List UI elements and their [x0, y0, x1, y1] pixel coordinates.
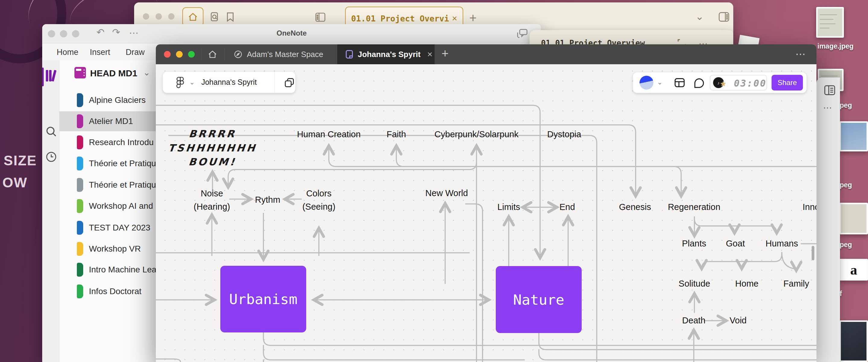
tab-close-icon[interactable]: ×: [452, 13, 457, 24]
mindmap-node[interactable]: Death: [682, 314, 705, 327]
mindmap-node[interactable]: Limits: [497, 201, 520, 214]
minimize-button[interactable]: [176, 51, 183, 58]
window-more-button[interactable]: ⋯: [795, 48, 806, 60]
notebooks-icon[interactable]: [45, 69, 57, 82]
recent-clock-icon[interactable]: [45, 151, 57, 163]
search-icon[interactable]: [45, 126, 57, 138]
figjam-header[interactable]: Adam's Master Space Johanna's Spyrit × +…: [156, 44, 816, 64]
section-label: Infos Doctorat: [89, 286, 141, 296]
mindmap-node-clipped[interactable]: Inno: [803, 201, 816, 214]
close-button[interactable]: [164, 51, 170, 58]
mindmap-node[interactable]: Cyberpunk/Solarpunk: [435, 128, 519, 141]
new-tab-button[interactable]: +: [469, 11, 477, 25]
handwriting-text[interactable]: BOUM!: [188, 156, 237, 168]
section-color-tab: [77, 263, 83, 277]
panel-toggle-icon[interactable]: [718, 11, 730, 22]
layout-panel-icon[interactable]: [824, 85, 836, 95]
ribbon-tab-home[interactable]: Home: [57, 48, 79, 57]
desktop-file-thumbnail[interactable]: [839, 121, 868, 151]
timer-widget[interactable]: ♪ ★ 03:00: [710, 75, 767, 90]
chevron-down-icon[interactable]: ⌄: [657, 78, 662, 86]
notebook-icon: [74, 67, 86, 78]
tab-label: Johanna's Spyrit: [358, 50, 421, 59]
canvas-scrollbar[interactable]: [812, 246, 814, 260]
mindmap-node[interactable]: Goat: [726, 237, 745, 250]
close-button[interactable]: [143, 13, 149, 20]
home-icon[interactable]: [208, 50, 217, 59]
collaboration-toolbar: ⌄ ♪ ★ 03:00 Share: [633, 73, 807, 93]
bookmark-icon[interactable]: [224, 11, 236, 23]
ribbon-tab-insert[interactable]: Insert: [90, 48, 110, 57]
onenote-titlebar[interactable]: ↶ ↷ ⋯ OneNote: [42, 24, 541, 44]
figjam-canvas[interactable]: BRRRR TSHHHHHHH BOUM! Human Creation Fai…: [156, 64, 816, 362]
user-avatar[interactable]: [640, 76, 653, 90]
chevron-down-icon[interactable]: ⌄: [143, 67, 150, 78]
mindmap-node[interactable]: Plants: [682, 237, 707, 250]
section-color-tab: [77, 242, 83, 256]
timer-time: 03:00: [734, 78, 767, 89]
chevron-down-icon[interactable]: ⌄: [695, 10, 704, 22]
search-document-icon[interactable]: [209, 11, 220, 23]
divider: [275, 72, 275, 93]
mindmap-node[interactable]: Family: [783, 277, 809, 290]
sidebar-toggle-icon[interactable]: [315, 12, 326, 22]
section-label: Alpine Glaciers: [89, 95, 146, 105]
mindmap-node[interactable]: Noise (Hearing): [194, 187, 230, 213]
desktop-file-thumbnail[interactable]: [816, 7, 844, 38]
section-label: TEST DAY 2023: [89, 223, 150, 232]
handwriting-text[interactable]: TSHHHHHHH: [167, 142, 257, 154]
desktop-font-file-thumbnail[interactable]: a: [839, 259, 868, 281]
template-layout-icon[interactable]: [674, 77, 685, 88]
tab-johannas-spyrit-active[interactable]: Johanna's Spyrit ×: [337, 44, 435, 64]
mindmap-node[interactable]: Home: [735, 277, 758, 290]
mindmap-node[interactable]: End: [559, 201, 575, 214]
tab-adams-master-space[interactable]: Adam's Master Space: [228, 44, 337, 64]
desktop-file-label[interactable]: f: [840, 289, 842, 298]
mindmap-node[interactable]: Genesis: [619, 201, 651, 214]
feedback-bubbles-icon[interactable]: [516, 28, 529, 40]
share-button[interactable]: Share: [772, 75, 803, 90]
desktop-file-thumbnail[interactable]: [839, 203, 868, 234]
ribbon-tab-draw[interactable]: Draw: [126, 48, 145, 57]
comment-bubble-icon[interactable]: [693, 77, 705, 88]
board-file-icon: [345, 50, 353, 59]
duplicate-icon[interactable]: [284, 77, 295, 88]
section-label: Atelier MD1: [89, 116, 133, 126]
mindmap-box-nature[interactable]: Nature: [496, 266, 582, 333]
mindmap-node[interactable]: Colors (Seeing): [302, 187, 336, 213]
desktop-file-label[interactable]: peg: [840, 101, 852, 110]
section-color-tab: [77, 114, 83, 128]
desktop-file-label[interactable]: image.jpeg: [817, 42, 854, 50]
desktop-file-label[interactable]: peg: [840, 181, 852, 189]
divider: [224, 48, 225, 61]
section-color-tab: [77, 199, 83, 213]
board-title[interactable]: Johanna's Spyrit: [163, 78, 296, 87]
onenote-left-rail: [42, 60, 59, 362]
desktop-file-thumbnail[interactable]: [839, 321, 868, 362]
section-color-tab: [77, 178, 83, 192]
desktop-file-label[interactable]: peg: [840, 241, 852, 249]
notebook-name[interactable]: HEAD MD1: [90, 68, 137, 78]
star-icon: ★: [720, 80, 727, 88]
mindmap-node[interactable]: Rythm: [255, 193, 280, 207]
maximize-button[interactable]: [188, 51, 195, 58]
mindmap-node[interactable]: Dystopia: [547, 128, 581, 141]
mindmap-node[interactable]: Void: [730, 314, 747, 327]
window-title: OneNote: [42, 29, 541, 37]
mindmap-node[interactable]: Regeneration: [668, 201, 720, 214]
mindmap-box-urbanism[interactable]: Urbanism: [220, 266, 306, 332]
home-button[interactable]: [182, 7, 204, 27]
mindmap-node[interactable]: Faith: [387, 128, 406, 141]
tab-close-icon[interactable]: ×: [427, 49, 433, 59]
home-icon: [188, 12, 198, 22]
more-icon[interactable]: ⋯: [823, 102, 833, 113]
section-label: Théorie et Pratiqu: [89, 159, 156, 168]
new-tab-button[interactable]: +: [441, 47, 448, 60]
mindmap-node[interactable]: Solitude: [679, 277, 710, 290]
maximize-button[interactable]: [168, 13, 175, 20]
mindmap-node[interactable]: Humans: [766, 237, 798, 250]
minimize-button[interactable]: [156, 13, 162, 20]
handwriting-text[interactable]: BRRRR: [188, 128, 237, 140]
mindmap-node[interactable]: Human Creation: [297, 128, 361, 141]
mindmap-node[interactable]: New World: [425, 187, 468, 200]
